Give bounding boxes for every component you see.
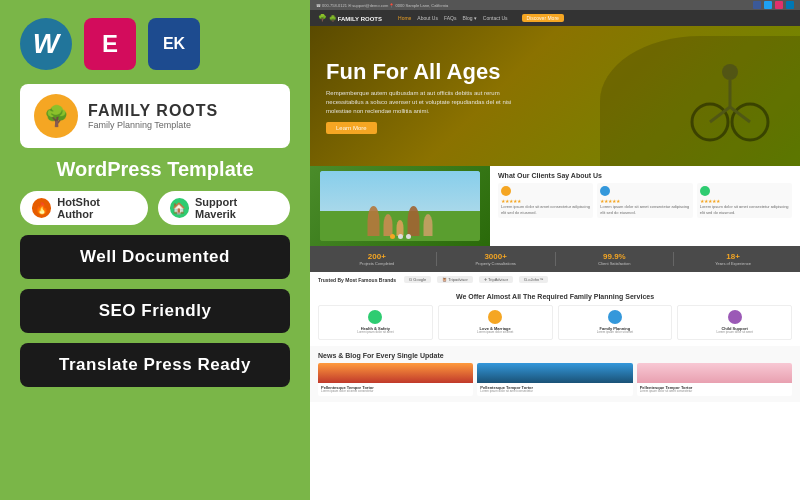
avatar-2 [600,186,610,196]
support-icon: 🏠 [170,198,189,218]
brand-logo-icon: 🌳 [34,94,78,138]
testimonial-text-2: Lorem ipsum dolor sit amet consectetur a… [600,204,689,215]
blog-img-3 [637,363,792,383]
wordpress-icon: W [20,18,72,70]
testimonial-text-3: Lorem ipsum dolor sit amet consectetur a… [700,204,789,215]
service-love-desc: Lorem ipsum dolor sit amet [443,331,548,335]
dot-3[interactable] [406,234,411,239]
support-label: Support Maverik [195,196,278,220]
blog-cards: Pellentesque Tempor Tortor Lorem ipsum d… [318,363,792,396]
stat-experience-num: 18+ [674,252,792,261]
service-child-desc: Lorem ipsum dolor sit amet [682,331,787,335]
brand-trip2: ✈ TripAdvisor [479,276,513,283]
services-title: We Offer Almost All The Required Family … [318,293,792,300]
blog-excerpt-2: Lorem ipsum dolor sit amet consectetur [480,390,629,394]
blog-img-2 [477,363,632,383]
nav-home[interactable]: Home [398,15,411,21]
hero-learn-more-button[interactable]: Learn More [326,122,377,134]
testimonial-card-1: ★★★★★ Lorem ipsum dolor sit amet consect… [498,183,593,218]
stat-satisfaction-label: Client Satisfaction [556,261,674,266]
website-preview: ☎ 000-758-0121 ✉ support@demo.com 📍 0000… [310,0,800,500]
dot-1[interactable] [390,234,395,239]
brand-google: G Google [404,276,431,283]
blog-card-3: Pellentesque Tempor Tortor Lorem ipsum d… [637,363,792,396]
blog-excerpt-1: Lorem ipsum dolor sit amet consectetur [321,390,470,394]
blog-img-1 [318,363,473,383]
blog-excerpt-3: Lorem ipsum dolor sit amet consectetur [640,390,789,394]
feature-well-documented[interactable]: Well Documented [20,235,290,279]
blog-card-1: Pellentesque Tempor Tortor Lorem ipsum d… [318,363,473,396]
testimonial-card-3: ★★★★★ Lorem ipsum dolor sit amet consect… [697,183,792,218]
nav-links: Home About Us FAQs Blog ▾ Contact Us [398,15,508,21]
hotshot-label: HotShot Author [57,196,135,220]
avatar-3 [700,186,710,196]
testimonial-text-1: Lorem ipsum dolor sit amet consectetur a… [501,204,590,215]
twitter-icon [764,1,772,9]
preview-hero: Fun For All Ages Rempemberque autem quib… [310,26,800,166]
stat-projects-num: 200+ [318,252,436,261]
stat-consultations-num: 3000+ [437,252,555,261]
services-section: We Offer Almost All The Required Family … [310,287,800,346]
blog-section: News & Blog For Every Single Update Pell… [310,346,800,402]
stat-projects: 200+ Projects Completed [318,252,437,266]
service-family-icon [608,310,622,324]
stat-experience-label: Years of Experience [674,261,792,266]
figure-adult-1 [368,206,380,236]
template-label: WordPress Template [20,158,290,181]
brand-logos: G Google 🦉 Tripadvisor ✈ TripAdvisor G.o… [404,276,548,283]
nav-faqs[interactable]: FAQs [444,15,457,21]
support-badge: 🏠 Support Maverik [158,191,290,225]
nav-blog[interactable]: Blog ▾ [462,15,476,21]
hero-subtitle: Rempemberque autem quibusdam at aut offi… [326,89,526,116]
trusted-label: Trusted By Most Famous Brands [318,277,396,283]
blog-content-1: Pellentesque Tempor Tortor Lorem ipsum d… [318,383,473,396]
service-health-icon [368,310,382,324]
testimonial-card-2: ★★★★★ Lorem ipsum dolor sit amet consect… [597,183,692,218]
stat-consultations: 3000+ Property Consultations [437,252,556,266]
facebook-icon [753,1,761,9]
services-grid: Health & Safety Lorem ipsum dolor sit am… [318,305,792,340]
dot-2[interactable] [398,234,403,239]
feature-translate-press[interactable]: Translate Press Ready [20,343,290,387]
left-panel: W E EK 🌳 FAMILY ROOTS Family Planning Te… [0,0,310,500]
instagram-icon [775,1,783,9]
service-family: Family Planning Lorem ipsum dolor sit am… [558,305,673,340]
nav-contact[interactable]: Contact Us [483,15,508,21]
service-child: Child Support Lorem ipsum dolor sit amet [677,305,792,340]
testimonials-section: What Our Clients Say About Us ★★★★★ Lore… [490,166,800,246]
top-info-bar: ☎ 000-758-0121 ✉ support@demo.com 📍 0000… [310,0,800,10]
testimonials-title: What Our Clients Say About Us [498,172,792,179]
feature-seo-friendly[interactable]: SEO Friendly [20,289,290,333]
figure-adult-2 [408,206,420,236]
nav-cta-button[interactable]: Discover More [522,14,564,22]
trusted-bar: Trusted By Most Famous Brands G Google 🦉… [310,272,800,287]
service-health: Health & Safety Lorem ipsum dolor sit am… [318,305,433,340]
carousel-dots [390,234,411,239]
testimonial-cards: ★★★★★ Lorem ipsum dolor sit amet consect… [498,183,792,218]
avatar-1 [501,186,511,196]
contact-info: ☎ 000-758-0121 ✉ support@demo.com 📍 0000… [316,3,448,8]
hotshot-badge: 🔥 HotShot Author [20,191,148,225]
brand-other: G.oJohn™ [519,276,548,283]
blog-title: News & Blog For Every Single Update [318,352,792,359]
brand-text: FAMILY ROOTS Family Planning Template [88,102,218,130]
service-family-desc: Lorem ipsum dolor sit amet [563,331,668,335]
stat-satisfaction-num: 99.9% [556,252,674,261]
blog-content-2: Pellentesque Tempor Tortor Lorem ipsum d… [477,383,632,396]
service-child-icon [728,310,742,324]
nav-about[interactable]: About Us [417,15,438,21]
stat-projects-label: Projects Completed [318,261,436,266]
preview-nav: 🌳 🌳 FAMILY ROOTS Home About Us FAQs Blog… [310,10,800,26]
sky [320,171,480,211]
brand-tagline: Family Planning Template [88,120,218,130]
service-love: Love & Marriage Lorem ipsum dolor sit am… [438,305,553,340]
brand-box: 🌳 FAMILY ROOTS Family Planning Template [20,84,290,148]
family-photo-inner [320,171,480,241]
service-health-desc: Lorem ipsum dolor sit amet [323,331,428,335]
nav-logo: 🌳 🌳 FAMILY ROOTS [318,14,382,22]
badges-row: 🔥 HotShot Author 🏠 Support Maverik [20,191,290,225]
family-photo [310,166,490,246]
stat-satisfaction: 99.9% Client Satisfaction [556,252,675,266]
brand-name: FAMILY ROOTS [88,102,218,120]
figure-child-2 [424,214,433,236]
